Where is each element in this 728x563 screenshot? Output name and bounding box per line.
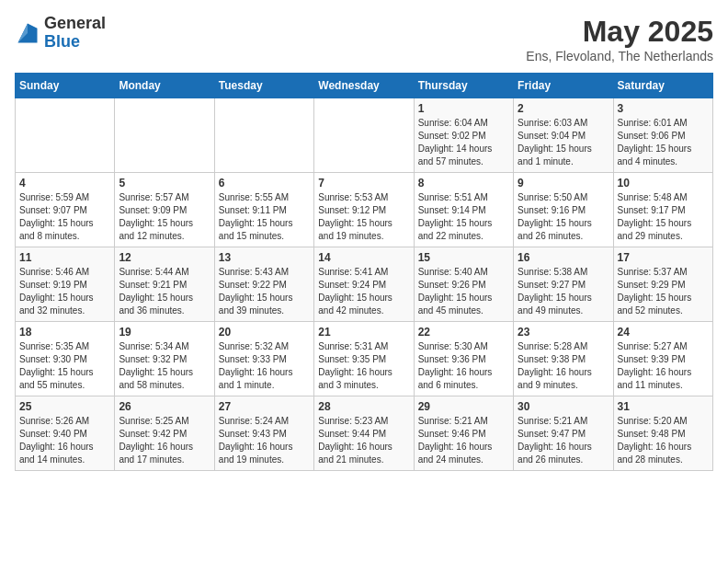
col-friday: Friday (514, 74, 613, 98)
col-sunday: Sunday (16, 74, 115, 98)
month-title: May 2025 (526, 15, 713, 49)
day-cell: 27Sunrise: 5:24 AM Sunset: 9:43 PM Dayli… (214, 396, 313, 471)
day-cell: 24Sunrise: 5:27 AM Sunset: 9:39 PM Dayli… (613, 322, 712, 396)
calendar-table: Sunday Monday Tuesday Wednesday Thursday… (15, 73, 713, 471)
day-info: Sunrise: 5:43 AM Sunset: 9:22 PM Dayligh… (219, 266, 310, 317)
day-number: 24 (618, 326, 709, 339)
day-info: Sunrise: 5:32 AM Sunset: 9:33 PM Dayligh… (219, 340, 310, 392)
day-info: Sunrise: 5:34 AM Sunset: 9:32 PM Dayligh… (119, 340, 210, 392)
day-info: Sunrise: 6:03 AM Sunset: 9:04 PM Dayligh… (518, 117, 609, 168)
day-cell: 29Sunrise: 5:21 AM Sunset: 9:46 PM Dayli… (414, 396, 513, 471)
day-number: 26 (119, 400, 210, 413)
day-number: 27 (219, 400, 310, 413)
day-info: Sunrise: 5:53 AM Sunset: 9:12 PM Dayligh… (318, 191, 409, 243)
day-number: 25 (19, 400, 110, 413)
day-cell: 16Sunrise: 5:38 AM Sunset: 9:27 PM Dayli… (514, 247, 613, 322)
col-monday: Monday (115, 74, 214, 98)
day-number: 22 (418, 326, 509, 339)
day-cell: 17Sunrise: 5:37 AM Sunset: 9:29 PM Dayli… (613, 247, 712, 322)
day-info: Sunrise: 5:23 AM Sunset: 9:44 PM Dayligh… (318, 415, 409, 466)
day-cell: 15Sunrise: 5:40 AM Sunset: 9:26 PM Dayli… (414, 247, 513, 322)
day-cell: 12Sunrise: 5:44 AM Sunset: 9:21 PM Dayli… (115, 247, 214, 322)
week-row-4: 18Sunrise: 5:35 AM Sunset: 9:30 PM Dayli… (16, 322, 713, 396)
day-cell: 1Sunrise: 6:04 AM Sunset: 9:02 PM Daylig… (414, 98, 513, 173)
day-info: Sunrise: 5:46 AM Sunset: 9:19 PM Dayligh… (19, 266, 110, 317)
day-number: 21 (318, 326, 409, 339)
day-info: Sunrise: 5:41 AM Sunset: 9:24 PM Dayligh… (318, 266, 409, 317)
day-cell: 14Sunrise: 5:41 AM Sunset: 9:24 PM Dayli… (314, 247, 414, 322)
day-number: 28 (318, 400, 409, 413)
day-number: 3 (618, 102, 709, 115)
day-cell: 10Sunrise: 5:48 AM Sunset: 9:17 PM Dayli… (613, 173, 712, 247)
day-number: 13 (219, 251, 310, 264)
day-cell: 22Sunrise: 5:30 AM Sunset: 9:36 PM Dayli… (414, 322, 513, 396)
day-info: Sunrise: 5:37 AM Sunset: 9:29 PM Dayligh… (618, 266, 709, 317)
day-info: Sunrise: 5:48 AM Sunset: 9:17 PM Dayligh… (618, 191, 709, 243)
day-number: 6 (219, 177, 310, 190)
day-cell: 30Sunrise: 5:21 AM Sunset: 9:47 PM Dayli… (514, 396, 613, 471)
col-tuesday: Tuesday (214, 74, 313, 98)
day-cell (16, 98, 115, 173)
day-info: Sunrise: 5:38 AM Sunset: 9:27 PM Dayligh… (518, 266, 609, 317)
day-info: Sunrise: 5:59 AM Sunset: 9:07 PM Dayligh… (19, 191, 110, 243)
day-info: Sunrise: 5:40 AM Sunset: 9:26 PM Dayligh… (418, 266, 509, 317)
col-thursday: Thursday (414, 74, 513, 98)
day-cell: 19Sunrise: 5:34 AM Sunset: 9:32 PM Dayli… (115, 322, 214, 396)
day-number: 4 (19, 177, 110, 190)
day-info: Sunrise: 5:24 AM Sunset: 9:43 PM Dayligh… (219, 415, 310, 466)
week-row-5: 25Sunrise: 5:26 AM Sunset: 9:40 PM Dayli… (16, 396, 713, 471)
day-cell: 11Sunrise: 5:46 AM Sunset: 9:19 PM Dayli… (16, 247, 115, 322)
day-info: Sunrise: 6:04 AM Sunset: 9:02 PM Dayligh… (418, 117, 509, 168)
day-cell: 18Sunrise: 5:35 AM Sunset: 9:30 PM Dayli… (16, 322, 115, 396)
day-number: 11 (19, 251, 110, 264)
day-number: 2 (518, 102, 609, 115)
day-number: 19 (119, 326, 210, 339)
day-info: Sunrise: 5:50 AM Sunset: 9:16 PM Dayligh… (518, 191, 609, 243)
day-number: 10 (618, 177, 709, 190)
day-number: 1 (418, 102, 509, 115)
day-cell (214, 98, 313, 173)
day-cell: 9Sunrise: 5:50 AM Sunset: 9:16 PM Daylig… (514, 173, 613, 247)
day-cell: 4Sunrise: 5:59 AM Sunset: 9:07 PM Daylig… (16, 173, 115, 247)
col-wednesday: Wednesday (314, 74, 414, 98)
day-number: 17 (618, 251, 709, 264)
day-cell: 8Sunrise: 5:51 AM Sunset: 9:14 PM Daylig… (414, 173, 513, 247)
day-info: Sunrise: 5:30 AM Sunset: 9:36 PM Dayligh… (418, 340, 509, 392)
logo-blue-text: Blue (44, 33, 106, 52)
day-number: 29 (418, 400, 509, 413)
day-info: Sunrise: 5:44 AM Sunset: 9:21 PM Dayligh… (119, 266, 210, 317)
day-number: 18 (19, 326, 110, 339)
day-cell: 5Sunrise: 5:57 AM Sunset: 9:09 PM Daylig… (115, 173, 214, 247)
week-row-1: 1Sunrise: 6:04 AM Sunset: 9:02 PM Daylig… (16, 98, 713, 173)
title-block: May 2025 Ens, Flevoland, The Netherlands (526, 15, 713, 63)
day-cell (115, 98, 214, 173)
day-info: Sunrise: 5:26 AM Sunset: 9:40 PM Dayligh… (19, 415, 110, 466)
day-number: 23 (518, 326, 609, 339)
day-info: Sunrise: 5:21 AM Sunset: 9:47 PM Dayligh… (518, 415, 609, 466)
day-cell: 26Sunrise: 5:25 AM Sunset: 9:42 PM Dayli… (115, 396, 214, 471)
day-info: Sunrise: 5:31 AM Sunset: 9:35 PM Dayligh… (318, 340, 409, 392)
calendar-header: Sunday Monday Tuesday Wednesday Thursday… (16, 74, 713, 98)
day-number: 31 (618, 400, 709, 413)
header-row: Sunday Monday Tuesday Wednesday Thursday… (16, 74, 713, 98)
day-info: Sunrise: 5:51 AM Sunset: 9:14 PM Dayligh… (418, 191, 509, 243)
day-number: 15 (418, 251, 509, 264)
day-info: Sunrise: 5:35 AM Sunset: 9:30 PM Dayligh… (19, 340, 110, 392)
week-row-2: 4Sunrise: 5:59 AM Sunset: 9:07 PM Daylig… (16, 173, 713, 247)
day-number: 8 (418, 177, 509, 190)
day-cell: 21Sunrise: 5:31 AM Sunset: 9:35 PM Dayli… (314, 322, 414, 396)
logo: General Blue (15, 15, 106, 52)
day-cell: 6Sunrise: 5:55 AM Sunset: 9:11 PM Daylig… (214, 173, 313, 247)
day-cell: 23Sunrise: 5:28 AM Sunset: 9:38 PM Dayli… (514, 322, 613, 396)
day-number: 5 (119, 177, 210, 190)
day-cell: 25Sunrise: 5:26 AM Sunset: 9:40 PM Dayli… (16, 396, 115, 471)
day-cell: 28Sunrise: 5:23 AM Sunset: 9:44 PM Dayli… (314, 396, 414, 471)
day-info: Sunrise: 5:28 AM Sunset: 9:38 PM Dayligh… (518, 340, 609, 392)
day-cell: 20Sunrise: 5:32 AM Sunset: 9:33 PM Dayli… (214, 322, 313, 396)
logo-general-text: General (44, 15, 106, 33)
day-number: 12 (119, 251, 210, 264)
day-info: Sunrise: 5:20 AM Sunset: 9:48 PM Dayligh… (618, 415, 709, 466)
day-number: 7 (318, 177, 409, 190)
day-info: Sunrise: 5:21 AM Sunset: 9:46 PM Dayligh… (418, 415, 509, 466)
day-number: 20 (219, 326, 310, 339)
